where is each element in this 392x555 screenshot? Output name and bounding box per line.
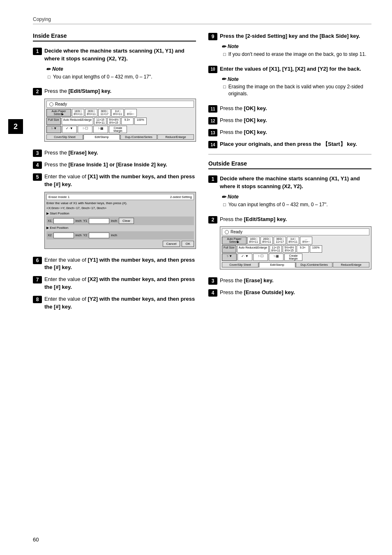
screen2-action-btns: Cancel OK	[46, 241, 194, 247]
x2-field[interactable]	[53, 233, 74, 238]
outside-screen-tab-dup: Dup./Combine/Series	[296, 262, 332, 267]
screen-tray-3: 3ED□11×17	[98, 109, 111, 117]
outside-screen-tab-edit: Edit/Stamp	[259, 262, 295, 267]
outside-pencil-icon-1: ✏	[221, 194, 226, 200]
step-3-content: Press the [Erase] key.	[44, 149, 196, 157]
ready-dot-outside	[225, 230, 229, 234]
page: Copying 2 Inside Erase 1 Decide where th…	[0, 0, 392, 555]
outside-screen-tray-4: 1U□8½×11	[287, 237, 299, 244]
outside-screen-icon-row: ↑·▼ ✓·▼ ↑·☐ ↑·▦ CreateMargin	[222, 253, 369, 261]
outside-step-2: 2 Press the [Edit/Stamp] key. Ready Auto…	[208, 216, 371, 273]
outside-screen-tab-reduce: Reduce/Enlarge	[333, 262, 369, 267]
outside-step-4: 4 Press the [Erase Outside] key.	[208, 289, 371, 297]
screen2-end-pos: ▶ End Position	[46, 226, 194, 230]
step-6-text: Enter the value of [Y1] with the number …	[44, 256, 196, 272]
outside-screen-icon-2: ✓·▼	[238, 253, 252, 261]
outside-screen-paper-row: Auto PaperSelect▶ 1ED□8½×11 2ED□8½×11 3E…	[222, 237, 369, 244]
outside-screen-size-row: Full Size Auto Reduce&Enlarge 11×158½×11…	[222, 245, 369, 253]
outside-screen-icon-4: ↑·▦	[269, 253, 284, 261]
step-13-content: Press the [OK] key.	[220, 129, 371, 136]
outside-note-title-1: ✏ Note	[221, 194, 371, 200]
step-12-content: Press the [OK] key.	[220, 117, 371, 124]
section-divider	[208, 154, 371, 154]
step-11-text: Press the [OK] key.	[220, 105, 371, 113]
outside-step-3-content: Press the [Erase] key.	[220, 277, 371, 285]
screen2-header: Erase Inside 1 2-sided Setting	[46, 194, 194, 200]
step-14-text: Place your originals, and then press the…	[220, 140, 371, 148]
screen2-start-inputs: X1 inch Y1 inch Clear	[46, 216, 194, 225]
outside-step-num-3: 3	[208, 277, 217, 285]
x2-unit: inch	[76, 233, 82, 237]
outside-step-2-text: Press the [Edit/Stamp] key.	[220, 216, 371, 223]
step-num-10: 10	[208, 66, 217, 73]
x1-field[interactable]	[53, 218, 74, 224]
x1-label: X1	[48, 219, 52, 223]
step-14: 14 Place your originals, and then press …	[208, 140, 371, 148]
step-1-note: ✏ Note You can input lengths of 0 – 432 …	[44, 66, 196, 81]
inside-erase-title: Inside Erase	[33, 32, 196, 41]
screen-icon-1: ↑·▼	[46, 126, 61, 133]
step-2-text: Press the [Edit/Stamp] key.	[44, 88, 196, 95]
step-4-text: Press the [Erase Inside 1] or [Erase Ins…	[44, 161, 196, 169]
screen-icon-row: ↑·▼ ✓·▼ ↑·☐ ↑·▦ CreateMargin	[46, 126, 194, 133]
note-title-1: ✏ Note	[46, 66, 196, 72]
outside-screen-tray-1: 1ED□8½×11	[247, 237, 260, 244]
clear-btn-1[interactable]: Clear	[119, 218, 134, 224]
screen-tabs-1: Cover/Slip Sheet Edit/Stamp Dup./Combine…	[46, 134, 194, 140]
screen-100: 100%	[134, 117, 147, 125]
step-1-text: Decide where the machine starts scanning…	[44, 48, 184, 62]
y2-field[interactable]	[89, 233, 109, 238]
note-item-1: You can input lengths of 0 – 432 mm, 0 –…	[46, 74, 196, 81]
screen-mockup-outside: Ready Auto PaperSelect▶ 1ED□8½×11 2ED□8½…	[220, 226, 371, 269]
outside-step-3: 3 Press the [Erase] key.	[208, 277, 371, 285]
step-2-content: Press the [Edit/Stamp] key. Ready Auto P…	[44, 88, 196, 145]
screen2-header-left: Erase Inside 1	[48, 195, 69, 199]
outside-step-num-1: 1	[208, 175, 217, 183]
screen2-start-pos: ▶ Start Position	[46, 212, 194, 216]
x1-unit: inch	[76, 219, 82, 223]
screen-ready-text-1: Ready	[55, 102, 67, 106]
cancel-btn-1[interactable]: Cancel	[163, 241, 180, 247]
screen-fullsize: Full Size	[46, 117, 61, 125]
step-1-content: Decide where the machine starts scanning…	[44, 47, 196, 83]
top-label: Copying	[33, 16, 371, 24]
step-2: 2 Press the [Edit/Stamp] key. Ready Auto…	[33, 88, 196, 145]
step-9-text: Press the [2-sided Setting] key and the …	[220, 32, 371, 40]
step-num-6: 6	[33, 257, 42, 264]
note-item-10: Erasing the image on the back is valid w…	[221, 83, 371, 97]
step-num-8: 8	[33, 296, 42, 303]
y1-unit: inch	[111, 219, 117, 223]
ok-btn-1[interactable]: OK	[182, 241, 194, 247]
step-5: 5 Enter the value of [X1] with the numbe…	[33, 173, 196, 252]
outside-screen-create-margin: CreateMargin	[284, 253, 302, 261]
screen-auto-reduce: Auto Reduce&Enlarge	[62, 117, 93, 125]
step-14-content: Place your originals, and then press the…	[220, 140, 371, 148]
step-6-content: Enter the value of [Y1] with the number …	[44, 256, 196, 272]
step-9-content: Press the [2-sided Setting] key and the …	[220, 32, 371, 61]
step-num-11: 11	[208, 105, 217, 113]
screen2-header-right: 2-sided Setting	[170, 195, 192, 199]
step-5-text: Enter the value of [X1] with the number …	[44, 173, 196, 189]
note-title-10: ✏ Note	[221, 76, 371, 82]
outside-step-2-content: Press the [Edit/Stamp] key. Ready Auto P…	[220, 216, 371, 273]
outside-screen-tray-5: ...8½×~	[300, 237, 312, 244]
step-num-5: 5	[33, 173, 42, 181]
outside-step-1-note: ✏ Note You can input lengths of 0 – 432 …	[220, 194, 371, 208]
step-7-content: Enter the value of [X2] with the number …	[44, 276, 196, 291]
outside-step-1: 1 Decide where the machine starts scanni…	[208, 175, 371, 211]
step-3-text: Press the [Erase] key.	[44, 149, 196, 157]
screen-tab-dup: Dup./Combine/Series	[120, 134, 157, 140]
step-num-14: 14	[208, 141, 217, 148]
screen-auto-paper: Auto PaperSelect▶	[46, 109, 71, 117]
step-3: 3 Press the [Erase] key.	[33, 149, 196, 157]
y1-field[interactable]	[89, 218, 109, 224]
screen2-end-inputs: X2 inch Y2 inch	[46, 231, 194, 240]
outside-screen-tab-cover: Cover/Slip Sheet	[222, 262, 258, 267]
screen-size-2: 5½×8½8½×15	[107, 117, 120, 125]
screen-size-row: Full Size Auto Reduce&Enlarge 11×158½×11…	[46, 117, 194, 125]
screen-icon-4: ↑·▦	[93, 126, 108, 133]
screen-create-margin: CreateMargin	[109, 126, 127, 133]
outside-screen-tray-3: 3ED□11×17	[274, 237, 286, 244]
pencil-icon-10: ✏	[221, 76, 226, 82]
pencil-icon-1: ✏	[46, 66, 51, 72]
